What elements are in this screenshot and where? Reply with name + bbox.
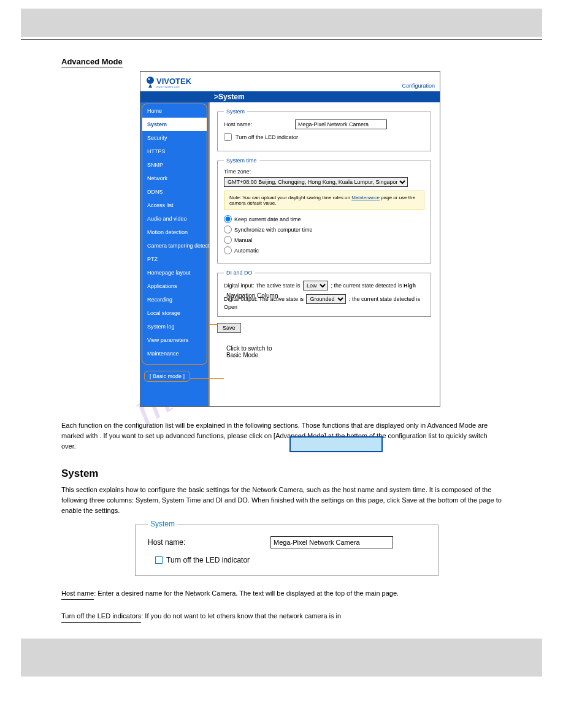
- dst-note: Note: You can upload your daylight savin…: [224, 191, 424, 210]
- led-label-large: Turn off the LED indicator: [166, 556, 250, 564]
- led-label: Turn off the LED indicator: [236, 134, 298, 140]
- sidebar-item-system-log[interactable]: System log: [142, 320, 207, 333]
- di-select[interactable]: Low: [303, 281, 328, 290]
- sidebar-item-applications[interactable]: Applications: [142, 279, 207, 293]
- led-subhead: Turn off the LED indicators: [61, 611, 141, 623]
- led-text: : If you do not want to let others know …: [141, 612, 341, 620]
- content-area: System Host name: Turn off the LED indic…: [210, 102, 440, 406]
- svg-text:VIVOTEK: VIVOTEK: [156, 77, 192, 86]
- systemtime-legend: System time: [224, 157, 259, 164]
- sidebar-item-motion-detection[interactable]: Motion detection: [142, 226, 207, 239]
- paragraph-1: Each function on the configuration list …: [61, 420, 502, 452]
- sidebar-item-recording[interactable]: Recording: [142, 293, 207, 306]
- hostname-input[interactable]: [295, 119, 387, 129]
- basic-mode-button[interactable]: [ Basic mode ]: [144, 371, 190, 382]
- config-screenshot: VIVOTEK www.vivotek.com Configuration >S…: [140, 71, 440, 407]
- hostname-subhead: Host name: [61, 588, 94, 600]
- host-label: Host name:: [148, 538, 270, 547]
- title-bar: >System: [140, 91, 440, 102]
- system-legend: System: [224, 108, 247, 115]
- page-header-bar: [21, 9, 542, 37]
- time-radio[interactable]: [224, 246, 232, 254]
- dido-legend: DI and DO: [224, 270, 255, 276]
- led-checkbox[interactable]: [224, 133, 232, 141]
- timezone-select[interactable]: GMT+08:00 Beijing, Chongqing, Hong Kong,…: [224, 177, 408, 187]
- sidebar-item-ddns[interactable]: DDNS: [142, 185, 207, 199]
- hostname-text: : Enter a desired name for the Network C…: [94, 590, 399, 597]
- svg-point-1: [148, 78, 150, 80]
- advanced-mode-marker: [289, 436, 383, 452]
- system-box-legend: System: [148, 520, 177, 528]
- do-select[interactable]: Grounded: [306, 294, 346, 304]
- system-box: System Host name: Turn off the LED indic…: [135, 525, 439, 576]
- sidebar-item-audio-and-video[interactable]: Audio and video: [142, 212, 207, 226]
- sidebar-item-ptz[interactable]: PTZ: [142, 252, 207, 266]
- nav-column-annot: Navigation Column: [226, 292, 278, 299]
- sidebar-item-snmp[interactable]: SNMP: [142, 158, 207, 172]
- host-input[interactable]: [270, 536, 393, 548]
- sidebar-item-homepage-layout[interactable]: Homepage layout: [142, 266, 207, 279]
- sidebar-item-view-parameters[interactable]: View parameters: [142, 333, 207, 347]
- sidebar: HomeSystemSecurityHTTPSSNMPNetworkDDNSAc…: [140, 102, 210, 406]
- time-radio[interactable]: [224, 215, 232, 223]
- time-radio-label: Synchronize with computer time: [234, 227, 313, 233]
- sidebar-item-security[interactable]: Security: [142, 131, 207, 145]
- header-rule: [21, 39, 542, 40]
- save-button[interactable]: Save: [217, 323, 241, 333]
- system-fieldset: System Host name: Turn off the LED indic…: [217, 108, 431, 151]
- led-checkbox-large[interactable]: [155, 556, 163, 564]
- configuration-link[interactable]: Configuration: [402, 83, 435, 89]
- systemtime-fieldset: System time Time zone: GMT+08:00 Beijing…: [217, 157, 431, 264]
- sidebar-item-access-list[interactable]: Access list: [142, 199, 207, 212]
- switch-annot: Click to switch to Basic Mode: [226, 345, 272, 358]
- time-radio[interactable]: [224, 236, 232, 244]
- sidebar-item-camera-tampering-detection[interactable]: Camera tampering detection: [142, 239, 207, 252]
- timezone-label: Time zone:: [224, 169, 424, 175]
- time-radio-label: Manual: [234, 237, 253, 243]
- time-radio-label: Keep current date and time: [234, 216, 301, 222]
- sidebar-item-local-storage[interactable]: Local storage: [142, 306, 207, 320]
- sidebar-item-system[interactable]: System: [142, 118, 207, 131]
- sidebar-item-home[interactable]: Home: [142, 104, 207, 118]
- sidebar-item-maintenance[interactable]: Maintenance: [142, 347, 207, 360]
- svg-text:www.vivotek.com: www.vivotek.com: [156, 85, 180, 88]
- maintenance-link[interactable]: Maintenance: [351, 195, 380, 200]
- paragraph-2: This section explains how to configure t…: [61, 485, 502, 516]
- vendor-logo: VIVOTEK www.vivotek.com: [145, 75, 202, 89]
- svg-point-0: [147, 77, 154, 84]
- sidebar-item-https[interactable]: HTTPS: [142, 145, 207, 158]
- time-radio-label: Automatic: [234, 248, 259, 254]
- sidebar-item-network[interactable]: Network: [142, 172, 207, 185]
- time-radio[interactable]: [224, 226, 232, 233]
- system-heading: System: [61, 468, 502, 480]
- hostname-label: Host name:: [224, 121, 291, 127]
- section-title: Advanced Mode: [61, 57, 123, 67]
- page-footer-bar: [21, 639, 542, 677]
